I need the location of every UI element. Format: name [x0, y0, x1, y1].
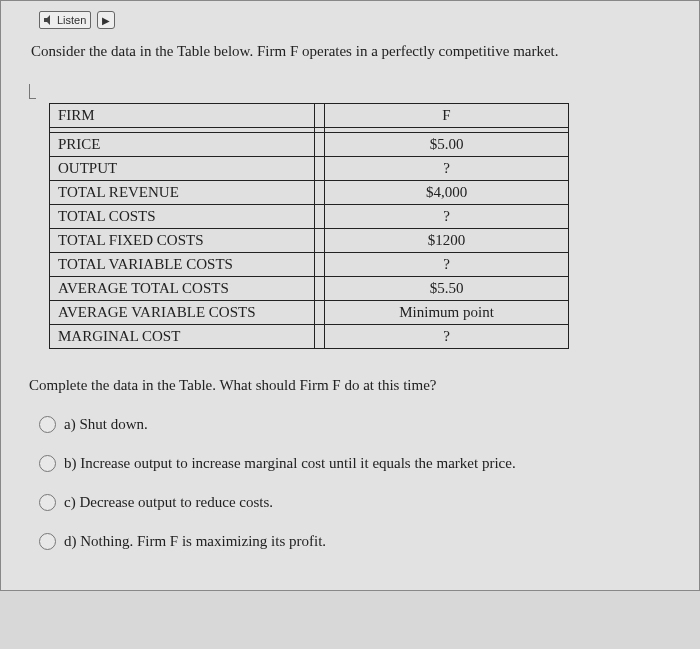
listen-button[interactable]: Listen [39, 11, 91, 29]
speaker-icon [44, 15, 54, 25]
table-row: TOTAL VARIABLE COSTS ? [50, 253, 569, 277]
question-page: Listen ▶ Consider the data in the Table … [0, 0, 700, 591]
table-row: PRICE $5.00 [50, 133, 569, 157]
radio-icon[interactable] [39, 455, 56, 472]
radio-icon[interactable] [39, 494, 56, 511]
header-left: FIRM [50, 104, 315, 128]
option-d[interactable]: d) Nothing. Firm F is maximizing its pro… [39, 531, 671, 552]
option-d-label: d) Nothing. Firm F is maximizing its pro… [64, 531, 326, 552]
option-b-label: b) Increase output to increase marginal … [64, 453, 516, 474]
radio-icon[interactable] [39, 533, 56, 550]
option-a[interactable]: a) Shut down. [39, 414, 671, 435]
listen-label: Listen [57, 14, 86, 26]
table-row: AVERAGE VARIABLE COSTS Minimum point [50, 301, 569, 325]
option-b[interactable]: b) Increase output to increase marginal … [39, 453, 671, 474]
play-icon: ▶ [102, 15, 110, 26]
table-row: OUTPUT ? [50, 157, 569, 181]
radio-icon[interactable] [39, 416, 56, 433]
prompt-text: Consider the data in the Table below. Fi… [29, 37, 671, 66]
table-row: TOTAL REVENUE $4,000 [50, 181, 569, 205]
svg-marker-0 [44, 15, 50, 25]
audio-toolbar: Listen ▶ [29, 11, 671, 29]
header-right: F [325, 104, 569, 128]
col-separator [315, 104, 325, 128]
question-text: Complete the data in the Table. What sho… [29, 377, 671, 394]
option-c-label: c) Decrease output to reduce costs. [64, 492, 273, 513]
table-row: AVERAGE TOTAL COSTS $5.50 [50, 277, 569, 301]
play-button[interactable]: ▶ [97, 11, 115, 29]
table-row: TOTAL COSTS ? [50, 205, 569, 229]
option-c[interactable]: c) Decrease output to reduce costs. [39, 492, 671, 513]
table-row: TOTAL FIXED COSTS $1200 [50, 229, 569, 253]
table-row: MARGINAL COST ? [50, 325, 569, 349]
option-a-label: a) Shut down. [64, 414, 148, 435]
cursor-mark [29, 84, 36, 99]
firm-data-table: FIRM F PRICE $5.00 OUTPUT ? TOTAL REVENU… [49, 103, 569, 349]
